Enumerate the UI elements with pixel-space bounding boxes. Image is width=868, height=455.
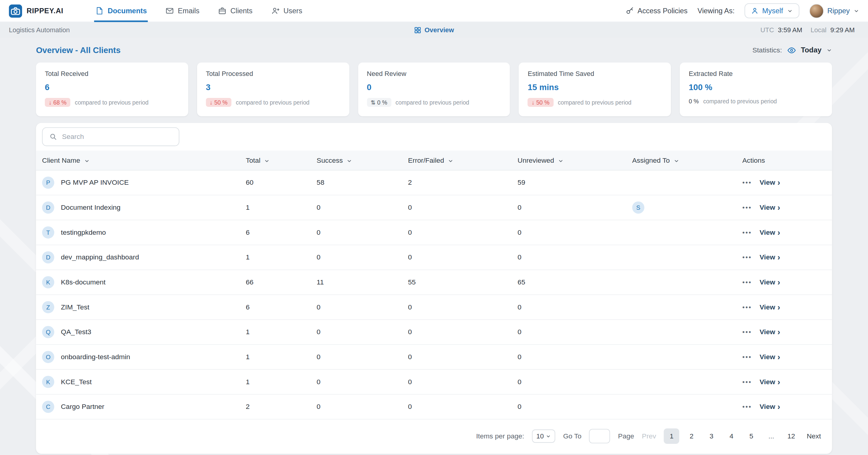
- sort-chevron-icon: [448, 158, 453, 163]
- table-row: K KCE_Test 1 0 0 0 ••• View›: [36, 370, 832, 395]
- goto-page-input[interactable]: [589, 429, 610, 443]
- assigned-avatar: S: [632, 202, 644, 214]
- sort-chevron-icon: [84, 158, 90, 163]
- profile-menu[interactable]: Rippey: [809, 4, 859, 18]
- cell-total: 1: [246, 378, 317, 386]
- page-button-3[interactable]: 3: [704, 428, 719, 444]
- overview-breadcrumb[interactable]: Overview: [414, 26, 454, 34]
- row-actions-menu[interactable]: •••: [742, 204, 752, 212]
- items-per-page-value: 10: [536, 432, 544, 440]
- chevron-right-icon: ›: [777, 253, 780, 261]
- stat-card-label: Total Processed: [206, 70, 340, 77]
- view-link[interactable]: View›: [760, 403, 780, 411]
- arrow-down-icon: ↓: [49, 99, 52, 106]
- row-actions-menu[interactable]: •••: [742, 303, 752, 311]
- statistics-range-dropdown[interactable]: Statistics: Today: [752, 46, 832, 55]
- tab-clients[interactable]: Clients: [217, 0, 254, 22]
- column-header-error-failed[interactable]: Error/Failed: [408, 156, 518, 164]
- delta-value: 0 %: [377, 99, 387, 106]
- compare-text: compared to previous period: [703, 98, 777, 104]
- profile-avatar: [809, 4, 824, 18]
- prev-page-button[interactable]: Prev: [642, 432, 656, 440]
- cell-error-failed: 0: [408, 253, 518, 261]
- row-actions-menu[interactable]: •••: [742, 229, 752, 236]
- cell-total: 6: [246, 303, 317, 311]
- table-row: K K8s-document 66 11 55 65 ••• View›: [36, 270, 832, 295]
- app-viewport: RIPPEY.AI Documents Emails Clients Users…: [0, 0, 868, 455]
- view-link[interactable]: View›: [760, 378, 780, 386]
- search-icon: [49, 133, 57, 141]
- chevron-down-icon: [827, 47, 832, 53]
- view-link[interactable]: View›: [760, 328, 780, 336]
- column-header-unreviewed[interactable]: Unreviewed: [518, 156, 632, 164]
- view-link[interactable]: View›: [760, 229, 780, 236]
- stat-card-total-processed: Total Processed 3 ↓50 % compared to prev…: [197, 63, 349, 116]
- view-label: View: [760, 229, 775, 236]
- eye-icon[interactable]: [787, 46, 796, 55]
- row-actions-menu[interactable]: •••: [742, 179, 752, 187]
- column-header-assigned-to[interactable]: Assigned To: [632, 156, 743, 164]
- row-actions-menu[interactable]: •••: [742, 253, 752, 261]
- view-link[interactable]: View›: [760, 179, 780, 187]
- page-button-4[interactable]: 4: [724, 428, 739, 444]
- row-actions-menu[interactable]: •••: [742, 328, 752, 336]
- brand[interactable]: RIPPEY.AI: [9, 4, 63, 18]
- row-actions-menu[interactable]: •••: [742, 378, 752, 386]
- page-label: Page: [618, 432, 634, 440]
- view-link[interactable]: View›: [760, 279, 780, 286]
- cell-total: 6: [246, 229, 317, 236]
- table-row: O onboarding-test-admin 1 0 0 0 ••• View…: [36, 345, 832, 370]
- column-header-success[interactable]: Success: [317, 156, 408, 164]
- nav-tabs: Documents Emails Clients Users: [94, 0, 303, 22]
- stat-card-need-review: Need Review 0 ⇅0 % compared to previous …: [358, 63, 510, 116]
- page-button-5[interactable]: 5: [744, 428, 759, 444]
- table-row: D Document Indexing 1 0 0 0 S ••• View›: [36, 195, 832, 220]
- column-label: Actions: [742, 156, 765, 164]
- viewing-as-dropdown[interactable]: Myself: [744, 3, 799, 19]
- next-page-button[interactable]: Next: [807, 432, 821, 440]
- view-link[interactable]: View›: [760, 303, 780, 311]
- cell-total: 66: [246, 279, 317, 286]
- client-name: PG MVP AP INVOICE: [61, 179, 129, 187]
- view-label: View: [760, 328, 775, 336]
- tab-documents[interactable]: Documents: [94, 0, 148, 22]
- row-actions-menu[interactable]: •••: [742, 353, 752, 361]
- client-avatar: Z: [42, 301, 54, 313]
- client-avatar: K: [42, 276, 54, 288]
- viewing-as-label: Viewing As:: [698, 7, 735, 15]
- page-button-2[interactable]: 2: [684, 428, 699, 444]
- client-name: Document Indexing: [61, 204, 121, 212]
- statistics-label: Statistics:: [752, 46, 782, 54]
- items-per-page-label: Items per page:: [476, 432, 524, 440]
- stat-card-label: Total Received: [45, 70, 179, 77]
- view-link[interactable]: View›: [760, 353, 780, 361]
- view-link[interactable]: View›: [760, 204, 780, 212]
- cell-success: 58: [317, 179, 408, 187]
- pagination: Items per page: 10 Go To Page Prev 12345…: [36, 419, 832, 454]
- camera-logo-icon: [9, 4, 22, 18]
- chevron-right-icon: ›: [777, 278, 780, 286]
- column-header-total[interactable]: Total: [246, 156, 317, 164]
- row-actions-menu[interactable]: •••: [742, 403, 752, 411]
- cell-unreviewed: 0: [518, 403, 632, 411]
- view-link[interactable]: View›: [760, 253, 780, 261]
- page-button-active[interactable]: 1: [664, 428, 679, 444]
- stat-card-estimated-time-saved: Estimated Time Saved 15 mins ↓50 % compa…: [519, 63, 671, 116]
- cell-total: 1: [246, 353, 317, 361]
- client-avatar: T: [42, 226, 54, 238]
- items-per-page-select[interactable]: 10: [532, 429, 555, 443]
- search-box: [42, 127, 180, 146]
- sub-header: Logistics Automation Overview UTC 3:59 A…: [0, 22, 868, 37]
- cell-total: 60: [246, 179, 317, 187]
- column-header-client-name[interactable]: Client Name: [42, 156, 246, 164]
- row-actions-menu[interactable]: •••: [742, 279, 752, 286]
- page-button-12[interactable]: 12: [784, 428, 799, 444]
- access-policies-button[interactable]: Access Policies: [625, 7, 687, 15]
- tab-users[interactable]: Users: [270, 0, 303, 22]
- chevron-right-icon: ›: [777, 203, 780, 211]
- tab-emails[interactable]: Emails: [164, 0, 200, 22]
- chevron-right-icon: ›: [777, 178, 780, 187]
- users-icon: [271, 7, 280, 15]
- cell-unreviewed: 59: [518, 179, 632, 187]
- search-input[interactable]: [62, 133, 173, 141]
